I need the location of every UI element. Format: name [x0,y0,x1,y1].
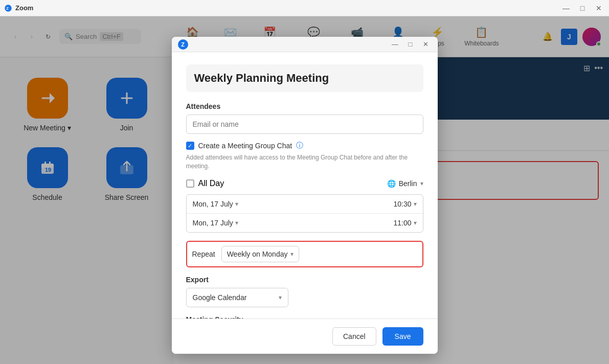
start-date-value: Mon, 17 July [193,200,233,208]
globe-icon: 🌐 [387,179,396,188]
end-date-value: Mon, 17 July [193,219,233,227]
modal-window: Z — □ ✕ Weekly Planning Meeting Attendee… [172,37,438,354]
group-chat-desc: Added attendees will have access to the … [186,153,423,171]
modal-footer: Cancel Save [172,318,438,354]
repeat-row: Repeat Weekly on Monday ▾ [186,241,423,267]
end-time-selector[interactable]: 11:00 ▾ [393,219,416,227]
modal-minimize-button[interactable]: — [390,39,401,50]
svg-text:Z: Z [6,6,9,10]
all-day-checkbox[interactable] [186,179,194,188]
export-label: Export [186,276,423,284]
end-date-selector[interactable]: Mon, 17 July ▾ [193,219,238,227]
modal-title-bar: Z — □ ✕ [172,37,438,52]
maximize-button[interactable]: □ [576,2,589,14]
export-chevron-icon: ▾ [279,294,282,301]
modal-overlay: Z — □ ✕ Weekly Planning Meeting Attendee… [0,16,609,364]
title-bar: Z Zoom — □ ✕ [0,0,609,16]
start-date-chevron-icon: ▾ [235,200,238,208]
window-controls: — □ ✕ [560,2,605,14]
timezone-selector[interactable]: 🌐 Berlin ▾ [387,179,423,188]
repeat-value: Weekly on Monday [227,250,288,258]
all-day-label: All Day [198,179,224,188]
info-icon[interactable]: ⓘ [296,141,303,150]
group-chat-checkbox[interactable]: ✓ [186,142,194,150]
export-section: Export Google Calendar ▾ [186,276,423,307]
minimize-button[interactable]: — [560,2,572,14]
end-time-chevron-icon: ▾ [414,219,417,226]
modal-logo: Z [178,39,188,50]
close-button[interactable]: ✕ [593,2,605,14]
datetime-box: Mon, 17 July ▾ 10:30 ▾ Mon, 17 July ▾ 11… [186,194,423,233]
meeting-title: Weekly Planning Meeting [186,64,423,92]
repeat-selector[interactable]: Weekly on Monday ▾ [221,246,300,262]
group-chat-row: ✓ Create a Meeting Group Chat ⓘ [186,141,423,150]
all-day-left: All Day [186,179,224,188]
modal-controls: — □ ✕ [390,39,432,50]
timezone-chevron-icon: ▾ [420,180,423,187]
app-title: Zoom [15,4,33,12]
app-logo: Z Zoom [4,4,33,12]
group-chat-label: Create a Meeting Group Chat [198,142,292,150]
export-value: Google Calendar [193,293,247,302]
cancel-button[interactable]: Cancel [332,327,376,346]
attendees-input[interactable] [186,115,423,134]
start-datetime-row: Mon, 17 July ▾ 10:30 ▾ [187,195,423,214]
modal-close-button[interactable]: ✕ [420,39,432,50]
start-time-selector[interactable]: 10:30 ▾ [393,200,416,208]
modal-body: Weekly Planning Meeting Attendees ✓ Crea… [172,52,438,318]
end-time-value: 11:00 [393,219,411,227]
timezone-value: Berlin [399,179,417,188]
start-date-selector[interactable]: Mon, 17 July ▾ [193,200,238,208]
end-date-chevron-icon: ▾ [235,219,238,226]
save-button[interactable]: Save [382,327,423,346]
attendees-label: Attendees [186,102,423,110]
all-day-row: All Day 🌐 Berlin ▾ [186,179,423,188]
modal-maximize-button[interactable]: □ [405,39,416,50]
start-time-value: 10:30 [393,200,411,208]
export-selector[interactable]: Google Calendar ▾ [186,288,288,307]
start-time-chevron-icon: ▾ [414,200,417,208]
repeat-chevron-icon: ▾ [290,251,294,258]
repeat-label: Repeat [192,250,215,258]
end-datetime-row: Mon, 17 July ▾ 11:00 ▾ [187,214,423,232]
